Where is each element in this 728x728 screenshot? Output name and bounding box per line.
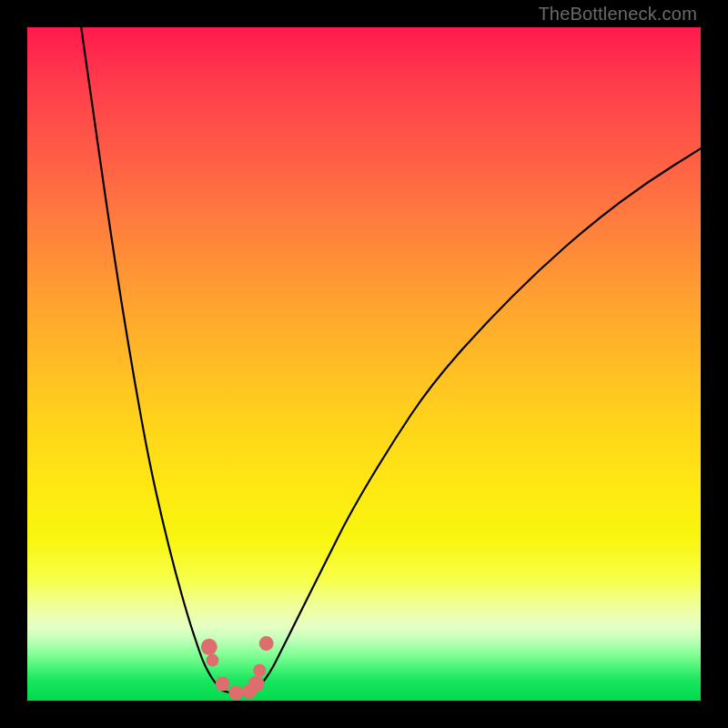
plot-area [27,27,701,701]
watermark-text: TheBottleneck.com [538,4,697,25]
